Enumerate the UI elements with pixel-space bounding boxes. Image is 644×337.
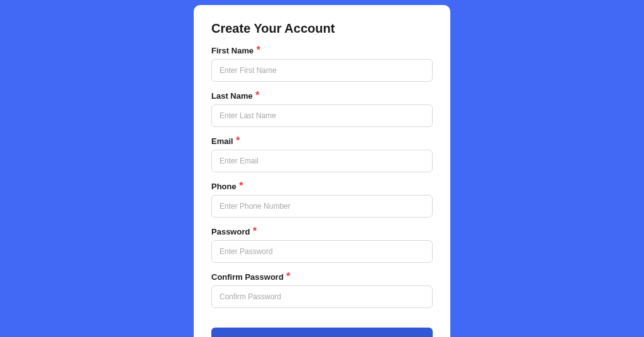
last-name-input[interactable] [211,104,433,127]
field-email: Email * [211,135,433,172]
phone-label: Phone * [211,180,243,191]
password-label-text: Password [211,227,250,236]
field-confirm-password: Confirm Password * [211,271,433,308]
required-asterisk: * [253,226,257,236]
required-asterisk: * [236,135,240,146]
confirm-password-input[interactable] [211,285,433,308]
field-phone: Phone * [211,180,433,218]
first-name-label: First Name * [211,45,260,55]
field-first-name: First Name * [211,45,433,82]
confirm-password-label: Confirm Password * [211,271,291,282]
field-last-name: Last Name * [211,90,433,127]
phone-input[interactable] [211,195,433,218]
first-name-label-text: First Name [211,46,253,55]
confirm-password-label-text: Confirm Password [211,272,284,282]
last-name-label: Last Name * [211,90,259,101]
phone-label-text: Phone [211,182,236,191]
last-name-label-text: Last Name [211,91,253,101]
form-title: Create Your Account [211,21,433,36]
email-label-text: Email [211,136,233,146]
first-name-input[interactable] [211,59,433,82]
password-input[interactable] [211,240,433,263]
email-input[interactable] [211,150,433,172]
required-asterisk: * [239,180,243,191]
signup-card: Create Your Account First Name * Last Na… [194,5,450,337]
field-password: Password * [211,226,433,263]
required-asterisk: * [255,90,259,101]
required-asterisk: * [257,45,260,55]
password-label: Password * [211,226,257,236]
signup-button[interactable]: Sign Up [211,328,433,337]
required-asterisk: * [286,271,290,282]
email-label: Email * [211,135,240,146]
